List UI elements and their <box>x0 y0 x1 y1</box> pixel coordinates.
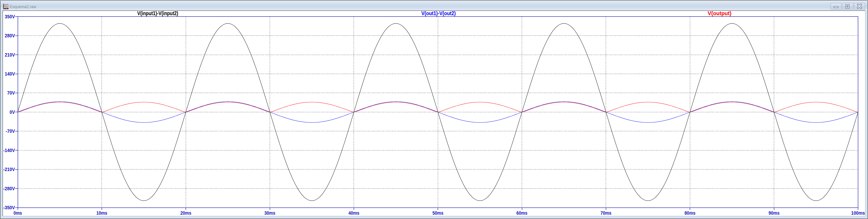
svg-text:0V: 0V <box>10 109 15 115</box>
svg-text:-280V: -280V <box>3 186 15 191</box>
svg-text:350V: 350V <box>5 14 15 20</box>
svg-text:70V: 70V <box>7 90 15 96</box>
svg-text:-350V: -350V <box>3 205 15 210</box>
svg-text:-140V: -140V <box>3 148 15 153</box>
svg-text:30ms: 30ms <box>264 210 275 216</box>
svg-text:-210V: -210V <box>3 166 15 172</box>
svg-text:-70V: -70V <box>6 128 15 134</box>
svg-text:50ms: 50ms <box>432 210 443 216</box>
svg-text:40ms: 40ms <box>348 210 360 216</box>
svg-text:80ms: 80ms <box>684 210 695 216</box>
svg-text:100ms: 100ms <box>851 210 865 216</box>
svg-text:70ms: 70ms <box>600 210 612 216</box>
svg-text:20ms: 20ms <box>180 210 191 216</box>
svg-text:140V: 140V <box>5 71 15 77</box>
svg-text:210V: 210V <box>5 52 15 58</box>
svg-text:280V: 280V <box>5 33 15 38</box>
svg-text:V(input1)-V(input2): V(input1)-V(input2) <box>137 10 178 16</box>
svg-text:60ms: 60ms <box>516 210 527 216</box>
svg-text:V(output): V(output) <box>708 10 732 16</box>
svg-text:V(out1)-V(out2): V(out1)-V(out2) <box>421 10 456 16</box>
svg-text:90ms: 90ms <box>769 210 779 216</box>
svg-text:0ms: 0ms <box>13 210 22 216</box>
svg-text:10ms: 10ms <box>96 210 107 216</box>
